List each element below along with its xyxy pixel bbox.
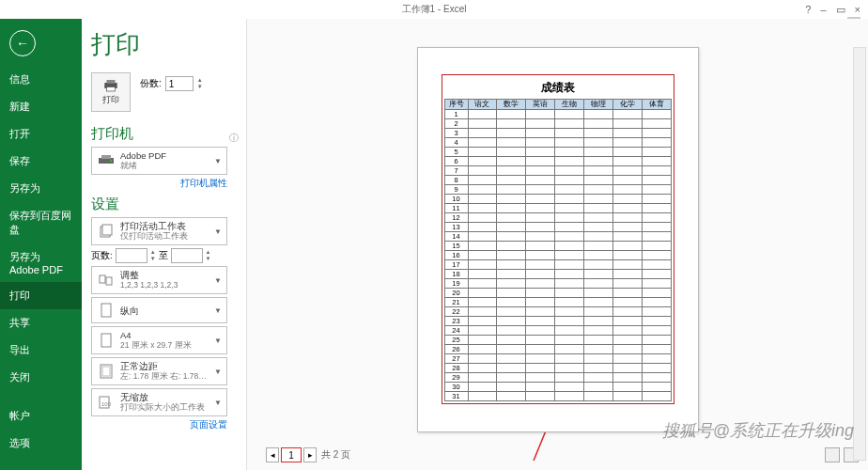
svg-rect-2	[107, 86, 116, 91]
nav-item-10[interactable]: 关闭	[0, 364, 82, 391]
table-header: 生物	[555, 100, 584, 110]
nav-item-3[interactable]: 保存	[0, 148, 82, 175]
data-table: 序号语文数学英语生物物理化学体育 12345678910111213141516…	[444, 99, 672, 401]
nav-item-5[interactable]: 保存到百度网盘	[0, 202, 82, 243]
chevron-down-icon: ▼	[214, 227, 222, 236]
printer-properties-link[interactable]: 打印机属性	[91, 178, 227, 190]
table-row: 29	[444, 373, 671, 383]
table-row: 26	[444, 345, 671, 354]
table-header: 化学	[612, 100, 642, 110]
table-row: 15	[444, 242, 671, 251]
table-row: 22	[444, 307, 671, 317]
table-header: 英语	[526, 100, 555, 110]
chevron-down-icon: ▼	[214, 368, 222, 376]
scaling-dropdown[interactable]: 100 无缩放打印实际大小的工作表 ▼	[91, 388, 227, 416]
page-heading: 打印	[91, 28, 246, 61]
pages-from-input[interactable]	[116, 248, 147, 263]
printer-icon	[102, 79, 119, 92]
chevron-down-icon: ▼	[214, 157, 222, 165]
preview-page: 成绩表 序号语文数学英语生物物理化学体育 1234567891011121314…	[417, 47, 699, 432]
nav-item-8[interactable]: 共享	[0, 309, 82, 337]
table-row: 11	[444, 204, 671, 213]
table-row: 18	[444, 270, 671, 279]
paper-size-dropdown[interactable]: A421 厘米 x 29.7 厘米 ▼	[91, 326, 227, 354]
preview-scrollbar[interactable]	[853, 47, 866, 461]
table-header: 序号	[444, 100, 468, 110]
table-row: 6	[444, 157, 671, 166]
printer-dropdown[interactable]: Adobe PDF就绪 ▼	[91, 147, 227, 175]
help-icon[interactable]: ?	[805, 4, 811, 16]
print-settings-panel: 打印 打印 份数: ▲▼ 打印机 ⓘ Adobe PDF就绪 ▼ 打印机属性	[82, 19, 246, 470]
zoom-to-page-button[interactable]	[825, 447, 840, 462]
table-row: 4	[444, 138, 671, 148]
table-row: 20	[444, 289, 671, 298]
table-row: 30	[444, 383, 671, 392]
printer-device-icon	[97, 151, 116, 170]
print-what-dropdown[interactable]: 打印活动工作表仅打印活动工作表 ▼	[91, 217, 227, 245]
page-icon	[97, 331, 116, 350]
current-page-input[interactable]	[281, 447, 302, 462]
table-row: 28	[444, 364, 671, 373]
svg-rect-1	[107, 80, 116, 84]
nav-item-0[interactable]: 信息	[0, 66, 82, 93]
pages-label: 页数:	[91, 250, 113, 262]
collate-icon	[97, 271, 116, 290]
back-button[interactable]: ←	[9, 30, 36, 56]
nav-item-2[interactable]: 打开	[0, 120, 82, 148]
table-row: 24	[444, 326, 671, 336]
table-row: 25	[444, 336, 671, 345]
copies-input[interactable]	[165, 76, 194, 91]
chevron-down-icon: ▼	[214, 399, 222, 407]
info-icon[interactable]: ⓘ	[229, 132, 239, 145]
close-icon[interactable]: ×	[855, 4, 860, 16]
page-setup-link[interactable]: 页面设置	[91, 419, 227, 431]
chevron-down-icon: ▼	[214, 306, 222, 315]
nav-item-4[interactable]: 另存为	[0, 175, 82, 202]
total-pages-label: 共 2 页	[321, 448, 350, 462]
table-row: 19	[444, 279, 671, 289]
backstage-sidebar: ← 信息新建打开保存另存为保存到百度网盘另存为 Adobe PDF打印共享导出关…	[0, 19, 82, 470]
nav-item2-0[interactable]: 帐户	[0, 402, 82, 430]
table-header: 物理	[583, 100, 612, 110]
table-row: 5	[444, 148, 671, 157]
svg-rect-7	[102, 225, 112, 235]
sheet-title: 成绩表	[444, 77, 672, 99]
scaling-icon: 100	[97, 393, 116, 412]
pages-to-input[interactable]	[171, 248, 203, 263]
table-header: 体育	[642, 100, 671, 110]
table-header: 数学	[497, 100, 526, 110]
setup-section-heading: 设置	[91, 196, 246, 213]
table-row: 10	[444, 195, 671, 204]
table-row: 31	[444, 392, 671, 401]
svg-point-5	[110, 160, 112, 162]
svg-rect-11	[101, 334, 111, 347]
chevron-down-icon: ▼	[214, 337, 222, 345]
svg-rect-10	[101, 304, 111, 317]
portrait-icon	[97, 301, 116, 320]
table-row: 3	[444, 129, 671, 138]
minimize-icon[interactable]: –	[820, 4, 826, 16]
svg-text:100: 100	[101, 401, 112, 407]
next-page-button[interactable]: ▸	[303, 447, 317, 462]
collate-dropdown[interactable]: 调整1,2,3 1,2,3 1,2,3 ▼	[91, 266, 227, 294]
window-title: 工作簿1 - Excel	[402, 3, 467, 16]
table-row: 14	[444, 232, 671, 242]
svg-rect-4	[101, 155, 111, 159]
table-row: 8	[444, 176, 671, 185]
nav-item2-1[interactable]: 选项	[0, 430, 82, 457]
table-row: 2	[444, 119, 671, 129]
nav-item-1[interactable]: 新建	[0, 93, 82, 120]
orientation-dropdown[interactable]: 纵向 ▼	[91, 297, 227, 323]
print-preview-area: 第1页有表头 成绩表 序号语文数学英语生物物理化学体育 123456789101…	[246, 19, 868, 470]
prev-page-button[interactable]: ◂	[266, 447, 279, 462]
copies-spinner[interactable]: ▲▼	[197, 77, 203, 90]
svg-rect-8	[100, 275, 105, 283]
nav-item-7[interactable]: 打印	[0, 282, 82, 309]
table-header: 语文	[468, 100, 497, 110]
print-button[interactable]: 打印	[91, 72, 131, 112]
nav-item-6[interactable]: 另存为 Adobe PDF	[0, 243, 82, 282]
table-row: 9	[444, 185, 671, 195]
maximize-icon[interactable]: ▭	[836, 4, 845, 16]
margins-dropdown[interactable]: 正常边距左: 1.78 厘米 右: 1.78… ▼	[91, 357, 227, 385]
nav-item-9[interactable]: 导出	[0, 337, 82, 364]
